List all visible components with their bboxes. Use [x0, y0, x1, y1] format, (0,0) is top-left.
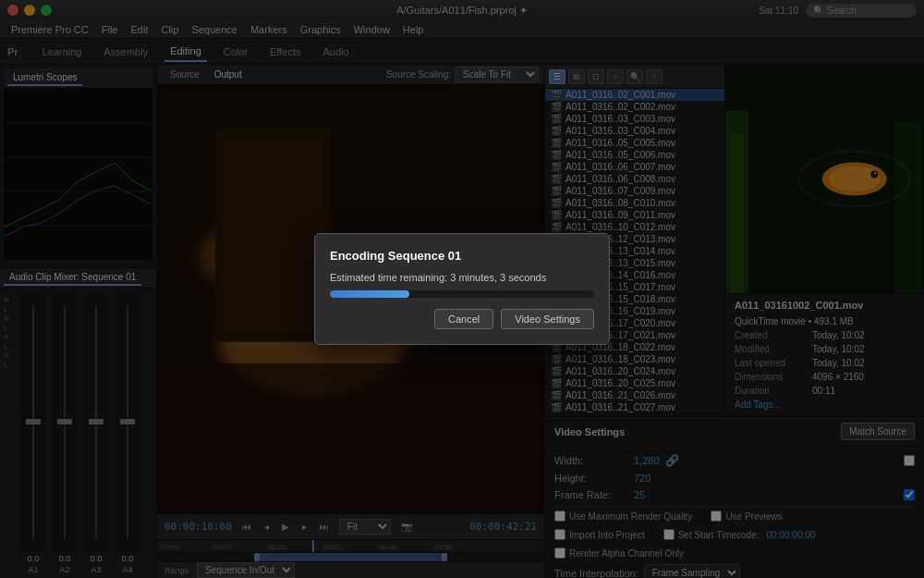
encoding-cancel-button[interactable]: Cancel: [434, 309, 493, 329]
encoding-title: Encoding Sequence 01: [330, 249, 594, 263]
encoding-time: Estimated time remaining: 3 minutes, 3 s…: [330, 272, 594, 283]
encoding-dialog: Encoding Sequence 01 Estimated time rema…: [314, 233, 610, 345]
encoding-overlay: Encoding Sequence 01 Estimated time rema…: [0, 0, 924, 578]
encoding-progress-container: [330, 290, 594, 298]
encoding-video-settings-button[interactable]: Video Settings: [501, 309, 594, 329]
encoding-progress-fill: [330, 290, 409, 298]
encoding-buttons: Cancel Video Settings: [330, 309, 594, 329]
